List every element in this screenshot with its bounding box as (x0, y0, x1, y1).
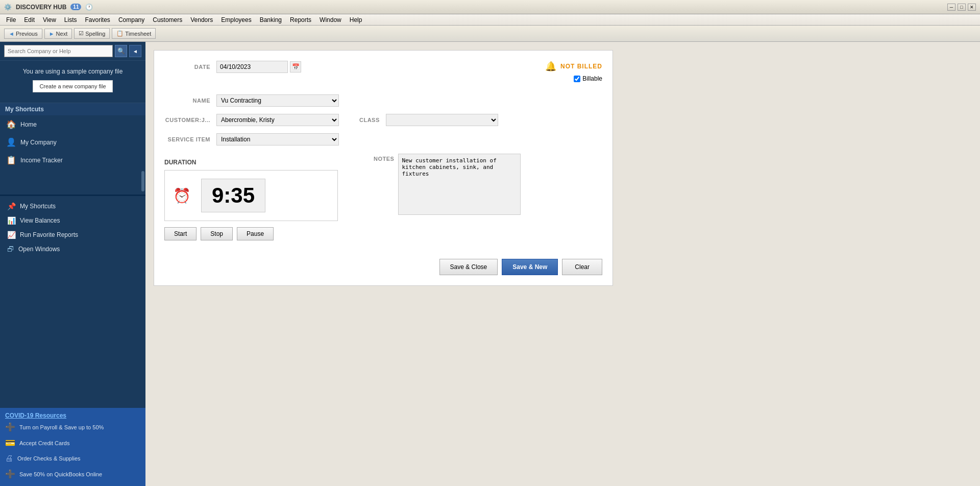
menu-employees[interactable]: Employees (217, 15, 255, 25)
duration-section: DURATION ⏰ 9:35 Start Stop Pause (164, 159, 338, 240)
timer-clock-icon: ⏰ (173, 187, 191, 204)
top-right-area: 🔔 NOT BILLED Billable (545, 61, 602, 87)
sidebar: 🔍 ◄ You are using a sample company file … (0, 42, 145, 486)
pause-button[interactable]: Pause (237, 227, 274, 240)
menu-view[interactable]: View (39, 15, 60, 25)
next-button[interactable]: ► Next (44, 29, 72, 39)
search-button[interactable]: 🔍 (115, 45, 127, 57)
menu-banking[interactable]: Banking (256, 15, 286, 25)
shortcuts-section: 📌 My Shortcuts 📊 View Balances 📈 Run Fav… (0, 197, 145, 258)
promo-quickbooks-online[interactable]: ➕ Save 50% on QuickBooks Online (5, 466, 140, 482)
promo-checks[interactable]: 🖨 Order Checks & Supplies (5, 451, 140, 466)
start-button[interactable]: Start (164, 227, 197, 240)
sidebar-item-run-reports[interactable]: 📈 Run Favorite Reports (0, 228, 145, 242)
calendar-button[interactable]: 📅 (290, 61, 301, 72)
not-billed-text: NOT BILLED (560, 63, 602, 70)
sidebar-scrollbar[interactable] (141, 171, 144, 191)
checks-icon: 🖨 (5, 454, 13, 463)
class-select[interactable] (386, 114, 498, 126)
name-select[interactable]: Vu Contracting (216, 94, 339, 107)
content-area: DATE 📅 🔔 NOT BILLED Billable (145, 42, 980, 486)
timer-container: ⏰ 9:35 (164, 170, 338, 221)
search-input[interactable] (4, 45, 113, 57)
notes-textarea[interactable]: New customer installation of kitchen cab… (398, 154, 521, 215)
search-area: 🔍 ◄ (0, 42, 145, 61)
save-close-button[interactable]: Save & Close (439, 259, 498, 275)
sidebar-item-my-shortcuts[interactable]: 📌 My Shortcuts (0, 199, 145, 213)
credit-cards-label: Accept Credit Cards (19, 440, 69, 446)
menu-reports[interactable]: Reports (286, 15, 315, 25)
sidebar-item-my-company[interactable]: 👤 My Company (0, 133, 145, 151)
date-input-wrap: 📅 (216, 61, 301, 73)
quickbooks-online-label: Save 50% on QuickBooks Online (19, 471, 102, 477)
service-item-row: SERVICE ITEM Installation (164, 133, 602, 145)
sidebar-item-my-company-label: My Company (20, 139, 57, 146)
timesheet-icon: 📋 (116, 30, 124, 37)
timer-buttons: Start Stop Pause (164, 227, 338, 240)
sidebar-item-income-tracker-label: Income Tracker (20, 157, 63, 164)
title-bar-info: ⚙️ DISCOVERY HUB 11 🕐 (4, 4, 93, 11)
notes-label: NOTES (374, 156, 394, 162)
promo-payroll[interactable]: ➕ Turn on Payroll & Save up to 50% (5, 419, 140, 435)
minimize-button[interactable]: ─ (947, 4, 955, 11)
payroll-icon: ➕ (5, 422, 15, 432)
view-balances-icon: 📊 (7, 216, 16, 225)
sidebar-item-income-tracker[interactable]: 📋 Income Tracker (0, 151, 145, 169)
menu-company[interactable]: Company (114, 15, 149, 25)
sidebar-item-open-windows[interactable]: 🗗 Open Windows (0, 242, 145, 256)
my-shortcuts-icon: 📌 (7, 202, 16, 210)
customer-select[interactable]: Abercrombie, Kristy (216, 114, 339, 126)
menu-file[interactable]: File (2, 15, 20, 25)
timesheet-label: Timesheet (125, 31, 151, 37)
menu-customers[interactable]: Customers (149, 15, 186, 25)
menu-help[interactable]: Help (346, 15, 366, 25)
menu-window[interactable]: Window (315, 15, 346, 25)
not-billed-area: 🔔 NOT BILLED (545, 61, 602, 72)
sidebar-divider-1 (0, 195, 145, 196)
menu-edit[interactable]: Edit (20, 15, 39, 25)
collapse-button[interactable]: ◄ (129, 45, 141, 57)
main-layout: 🔍 ◄ You are using a sample company file … (0, 42, 980, 486)
menu-lists[interactable]: Lists (60, 15, 81, 25)
sidebar-item-home-label: Home (20, 121, 37, 128)
maximize-button[interactable]: □ (958, 4, 966, 11)
menu-favorites[interactable]: Favorites (81, 15, 114, 25)
clock-icon: 🕐 (85, 4, 93, 11)
checks-label: Order Checks & Supplies (17, 455, 81, 461)
menu-bar: File Edit View Lists Favorites Company C… (0, 14, 980, 26)
app-name: DISCOVERY HUB (16, 4, 66, 11)
income-tracker-icon: 📋 (6, 155, 16, 165)
run-reports-icon: 📈 (7, 231, 16, 239)
timesheet-button[interactable]: 📋 Timesheet (112, 28, 156, 39)
timer-display: 9:35 (201, 179, 265, 212)
date-input[interactable] (216, 61, 288, 73)
action-buttons: Save & Close Save & New Clear (164, 253, 602, 275)
notes-section: NOTES New customer installation of kitch… (374, 154, 521, 240)
menu-vendors[interactable]: Vendors (186, 15, 217, 25)
service-item-label: SERVICE ITEM (164, 136, 210, 142)
notification-badge: 11 (70, 4, 81, 10)
stop-button[interactable]: Stop (201, 227, 233, 240)
create-company-button[interactable]: Create a new company file (33, 80, 112, 92)
timesheet-form: DATE 📅 🔔 NOT BILLED Billable (154, 50, 613, 286)
promo-credit-cards[interactable]: 💳 Accept Credit Cards (5, 435, 140, 451)
spelling-button[interactable]: ☑ Spelling (74, 28, 110, 39)
quickbooks-online-icon: ➕ (5, 469, 15, 479)
spelling-icon: ☑ (79, 30, 84, 37)
service-item-select[interactable]: Installation (216, 133, 339, 145)
covid-link[interactable]: COVID-19 Resources (5, 412, 66, 419)
class-row: CLASS (359, 114, 498, 126)
name-row: NAME Vu Contracting (164, 94, 602, 107)
save-new-button[interactable]: Save & New (502, 259, 558, 275)
sidebar-item-view-balances[interactable]: 📊 View Balances (0, 213, 145, 228)
clear-button[interactable]: Clear (562, 259, 602, 275)
run-reports-label: Run Favorite Reports (20, 231, 78, 238)
sidebar-item-home[interactable]: 🏠 Home (0, 115, 145, 133)
previous-button[interactable]: ◄ Previous (4, 29, 42, 39)
billable-checkbox[interactable] (574, 76, 580, 82)
view-balances-label: View Balances (20, 217, 60, 224)
home-icon: 🏠 (6, 119, 16, 129)
close-button[interactable]: ✕ (968, 4, 976, 11)
app-icon: ⚙️ (4, 4, 12, 11)
customer-label: CUSTOMER:J... (164, 117, 210, 123)
